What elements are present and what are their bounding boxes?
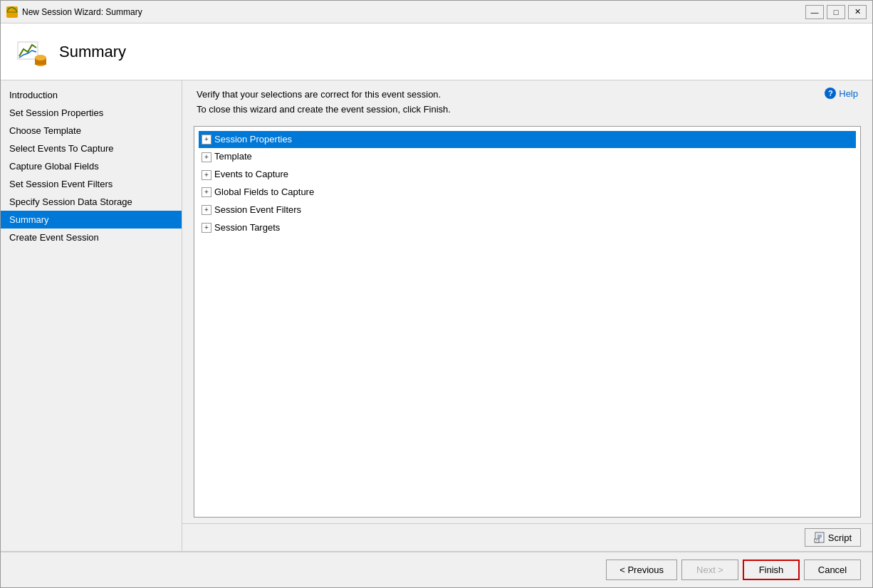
sidebar-item-introduction[interactable]: Introduction xyxy=(1,86,182,104)
sidebar-item-choose-template[interactable]: Choose Template xyxy=(1,122,182,140)
tree-expand-icon[interactable]: + xyxy=(202,205,211,215)
footer: < Previous Next > Finish Cancel xyxy=(1,551,872,587)
tree-item-label: Session Event Filters xyxy=(214,203,301,218)
tree-item-session-event-filters[interactable]: +Session Event Filters xyxy=(199,201,856,219)
tree-item-label: Session Properties xyxy=(214,132,292,147)
main-content: IntroductionSet Session PropertiesChoose… xyxy=(1,80,872,551)
description-text: Verify that your selections are correct … xyxy=(197,88,451,117)
finish-button[interactable]: Finish xyxy=(743,560,800,580)
tree-container[interactable]: +Session Properties+Template+Events to C… xyxy=(194,126,861,518)
app-icon xyxy=(6,6,18,18)
tree-item-template[interactable]: +Template xyxy=(199,148,856,166)
sidebar-item-summary[interactable]: Summary xyxy=(1,211,182,229)
title-bar-text: New Session Wizard: Summary xyxy=(22,7,805,17)
tree-expand-icon[interactable]: + xyxy=(202,170,211,180)
svg-rect-0 xyxy=(7,12,10,16)
tree-expand-icon[interactable]: + xyxy=(202,152,211,162)
script-icon xyxy=(814,532,825,543)
main-window: New Session Wizard: Summary — □ ✕ Summar… xyxy=(0,0,873,588)
bottom-toolbar: Script xyxy=(182,523,872,551)
tree-item-label: Session Targets xyxy=(214,221,280,236)
tree-expand-icon[interactable]: + xyxy=(202,135,211,145)
title-bar: New Session Wizard: Summary — □ ✕ xyxy=(1,1,872,23)
header-section: Summary xyxy=(1,23,872,80)
tree-item-label: Template xyxy=(214,149,252,164)
sidebar-item-create-event-session[interactable]: Create Event Session xyxy=(1,229,182,246)
minimize-button[interactable]: — xyxy=(805,5,824,19)
title-bar-controls: — □ ✕ xyxy=(805,5,867,19)
tree-item-label: Global Fields to Capture xyxy=(214,185,314,200)
cancel-button[interactable]: Cancel xyxy=(804,560,861,580)
help-icon: ? xyxy=(825,88,836,99)
previous-button[interactable]: < Previous xyxy=(606,560,677,580)
script-button[interactable]: Script xyxy=(805,528,861,547)
sidebar-item-select-events[interactable]: Select Events To Capture xyxy=(1,140,182,157)
sidebar-item-set-session-properties[interactable]: Set Session Properties xyxy=(1,104,182,122)
tree-expand-icon[interactable]: + xyxy=(202,187,211,197)
help-link[interactable]: ? Help xyxy=(825,88,858,99)
script-label: Script xyxy=(828,532,852,543)
header-icon xyxy=(15,35,49,69)
sidebar-item-set-session-event-filters[interactable]: Set Session Event Filters xyxy=(1,175,182,193)
content-area: Verify that your selections are correct … xyxy=(182,80,872,551)
svg-point-5 xyxy=(35,55,46,61)
tree-item-session-targets[interactable]: +Session Targets xyxy=(199,219,856,237)
next-button[interactable]: Next > xyxy=(681,560,738,580)
tree-expand-icon[interactable]: + xyxy=(202,223,211,233)
sidebar-item-capture-global-fields[interactable]: Capture Global Fields xyxy=(1,157,182,175)
help-label: Help xyxy=(839,88,858,99)
sidebar: IntroductionSet Session PropertiesChoose… xyxy=(1,80,182,551)
content-top: Verify that your selections are correct … xyxy=(182,80,872,120)
tree-item-global-fields[interactable]: +Global Fields to Capture xyxy=(199,184,856,201)
tree-item-events-to-capture[interactable]: +Events to Capture xyxy=(199,166,856,184)
tree-item-label: Events to Capture xyxy=(214,167,288,182)
sidebar-item-specify-session-data-storage[interactable]: Specify Session Data Storage xyxy=(1,193,182,211)
tree-item-session-properties[interactable]: +Session Properties xyxy=(199,131,856,149)
page-title: Summary xyxy=(59,43,126,61)
maximize-button[interactable]: □ xyxy=(827,5,845,19)
close-button[interactable]: ✕ xyxy=(848,5,867,19)
